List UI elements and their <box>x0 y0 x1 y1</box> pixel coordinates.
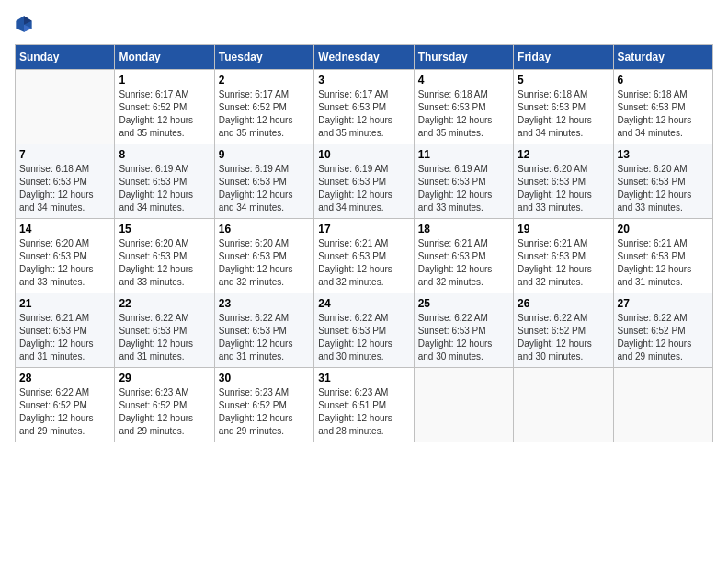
calendar-cell: 29Sunrise: 6:23 AMSunset: 6:52 PMDayligh… <box>115 368 214 442</box>
calendar-week-row: 21Sunrise: 6:21 AMSunset: 6:53 PMDayligh… <box>16 293 713 368</box>
day-number: 28 <box>19 372 110 385</box>
calendar-cell: 13Sunrise: 6:20 AMSunset: 6:53 PMDayligh… <box>613 144 712 219</box>
calendar-cell: 16Sunrise: 6:20 AMSunset: 6:53 PMDayligh… <box>214 219 313 293</box>
day-number: 19 <box>518 223 609 236</box>
calendar-cell: 6Sunrise: 6:18 AMSunset: 6:53 PMDaylight… <box>613 70 712 144</box>
column-header-monday: Monday <box>115 45 214 70</box>
calendar-cell: 22Sunrise: 6:22 AMSunset: 6:53 PMDayligh… <box>115 293 214 368</box>
calendar-cell <box>414 368 513 442</box>
calendar-cell: 27Sunrise: 6:22 AMSunset: 6:52 PMDayligh… <box>613 293 712 368</box>
day-info: Sunrise: 6:23 AMSunset: 6:52 PMDaylight:… <box>219 386 310 438</box>
column-header-friday: Friday <box>514 45 613 70</box>
day-info: Sunrise: 6:19 AMSunset: 6:53 PMDaylight:… <box>119 163 210 214</box>
day-info: Sunrise: 6:22 AMSunset: 6:52 PMDaylight:… <box>618 312 709 363</box>
day-info: Sunrise: 6:22 AMSunset: 6:53 PMDaylight:… <box>418 312 509 363</box>
calendar-cell: 21Sunrise: 6:21 AMSunset: 6:53 PMDayligh… <box>16 293 115 368</box>
day-info: Sunrise: 6:22 AMSunset: 6:52 PMDaylight:… <box>518 312 609 363</box>
calendar-cell: 25Sunrise: 6:22 AMSunset: 6:53 PMDayligh… <box>414 293 513 368</box>
calendar-cell: 7Sunrise: 6:18 AMSunset: 6:53 PMDaylight… <box>16 144 115 219</box>
calendar-cell: 17Sunrise: 6:21 AMSunset: 6:53 PMDayligh… <box>314 219 414 293</box>
calendar-week-row: 7Sunrise: 6:18 AMSunset: 6:53 PMDaylight… <box>16 144 713 219</box>
calendar-cell: 4Sunrise: 6:18 AMSunset: 6:53 PMDaylight… <box>414 70 513 144</box>
day-number: 27 <box>618 297 709 310</box>
day-number: 3 <box>318 74 409 86</box>
day-info: Sunrise: 6:23 AMSunset: 6:51 PMDaylight:… <box>318 386 409 438</box>
calendar-week-row: 14Sunrise: 6:20 AMSunset: 6:53 PMDayligh… <box>16 219 713 293</box>
day-info: Sunrise: 6:18 AMSunset: 6:53 PMDaylight:… <box>418 88 509 140</box>
calendar-cell: 11Sunrise: 6:19 AMSunset: 6:53 PMDayligh… <box>414 144 513 219</box>
day-number: 12 <box>518 148 609 161</box>
calendar-cell: 9Sunrise: 6:19 AMSunset: 6:53 PMDaylight… <box>214 144 313 219</box>
logo-icon <box>15 15 33 33</box>
day-info: Sunrise: 6:21 AMSunset: 6:53 PMDaylight:… <box>518 237 609 289</box>
calendar-cell: 18Sunrise: 6:21 AMSunset: 6:53 PMDayligh… <box>414 219 513 293</box>
calendar-cell: 10Sunrise: 6:19 AMSunset: 6:53 PMDayligh… <box>314 144 414 219</box>
day-number: 26 <box>518 297 609 310</box>
day-info: Sunrise: 6:21 AMSunset: 6:53 PMDaylight:… <box>318 237 409 289</box>
day-info: Sunrise: 6:23 AMSunset: 6:52 PMDaylight:… <box>119 386 210 438</box>
day-number: 4 <box>418 74 509 86</box>
day-info: Sunrise: 6:19 AMSunset: 6:53 PMDaylight:… <box>418 163 509 214</box>
column-header-saturday: Saturday <box>613 45 712 70</box>
calendar-cell: 15Sunrise: 6:20 AMSunset: 6:53 PMDayligh… <box>115 219 214 293</box>
day-number: 30 <box>219 372 310 385</box>
day-info: Sunrise: 6:20 AMSunset: 6:53 PMDaylight:… <box>618 163 709 214</box>
column-header-sunday: Sunday <box>16 45 115 70</box>
day-number: 16 <box>219 223 310 236</box>
column-header-thursday: Thursday <box>414 45 513 70</box>
calendar-week-row: 1Sunrise: 6:17 AMSunset: 6:52 PMDaylight… <box>16 70 713 144</box>
day-number: 2 <box>219 74 310 86</box>
day-number: 24 <box>318 297 409 310</box>
day-info: Sunrise: 6:19 AMSunset: 6:53 PMDaylight:… <box>318 163 409 214</box>
day-info: Sunrise: 6:22 AMSunset: 6:52 PMDaylight:… <box>19 386 110 438</box>
day-number: 1 <box>119 74 210 86</box>
day-number: 21 <box>19 297 110 310</box>
day-number: 5 <box>518 74 609 86</box>
day-number: 17 <box>318 223 409 236</box>
day-number: 14 <box>19 223 110 236</box>
calendar-cell: 1Sunrise: 6:17 AMSunset: 6:52 PMDaylight… <box>115 70 214 144</box>
calendar-cell: 28Sunrise: 6:22 AMSunset: 6:52 PMDayligh… <box>16 368 115 442</box>
calendar-cell: 14Sunrise: 6:20 AMSunset: 6:53 PMDayligh… <box>16 219 115 293</box>
calendar-cell: 24Sunrise: 6:22 AMSunset: 6:53 PMDayligh… <box>314 293 414 368</box>
calendar-week-row: 28Sunrise: 6:22 AMSunset: 6:52 PMDayligh… <box>16 368 713 442</box>
day-info: Sunrise: 6:18 AMSunset: 6:53 PMDaylight:… <box>618 88 709 140</box>
calendar-header-row: SundayMondayTuesdayWednesdayThursdayFrid… <box>16 45 713 70</box>
calendar-cell: 3Sunrise: 6:17 AMSunset: 6:53 PMDaylight… <box>314 70 414 144</box>
calendar-cell: 23Sunrise: 6:22 AMSunset: 6:53 PMDayligh… <box>214 293 313 368</box>
day-number: 31 <box>318 372 409 385</box>
day-info: Sunrise: 6:22 AMSunset: 6:53 PMDaylight:… <box>219 312 310 363</box>
day-number: 7 <box>19 148 110 161</box>
day-info: Sunrise: 6:17 AMSunset: 6:53 PMDaylight:… <box>318 88 409 140</box>
day-info: Sunrise: 6:20 AMSunset: 6:53 PMDaylight:… <box>119 237 210 289</box>
calendar-cell: 19Sunrise: 6:21 AMSunset: 6:53 PMDayligh… <box>514 219 613 293</box>
day-info: Sunrise: 6:22 AMSunset: 6:53 PMDaylight:… <box>318 312 409 363</box>
day-info: Sunrise: 6:19 AMSunset: 6:53 PMDaylight:… <box>219 163 310 214</box>
day-info: Sunrise: 6:18 AMSunset: 6:53 PMDaylight:… <box>518 88 609 140</box>
day-number: 29 <box>119 372 210 385</box>
day-number: 10 <box>318 148 409 161</box>
day-info: Sunrise: 6:17 AMSunset: 6:52 PMDaylight:… <box>119 88 210 140</box>
page-header <box>15 15 713 33</box>
day-info: Sunrise: 6:18 AMSunset: 6:53 PMDaylight:… <box>19 163 110 214</box>
calendar-cell: 26Sunrise: 6:22 AMSunset: 6:52 PMDayligh… <box>514 293 613 368</box>
calendar-cell: 2Sunrise: 6:17 AMSunset: 6:52 PMDaylight… <box>214 70 313 144</box>
day-info: Sunrise: 6:20 AMSunset: 6:53 PMDaylight:… <box>518 163 609 214</box>
day-number: 11 <box>418 148 509 161</box>
calendar-table: SundayMondayTuesdayWednesdayThursdayFrid… <box>15 44 713 442</box>
day-info: Sunrise: 6:20 AMSunset: 6:53 PMDaylight:… <box>219 237 310 289</box>
calendar-cell <box>613 368 712 442</box>
day-info: Sunrise: 6:17 AMSunset: 6:52 PMDaylight:… <box>219 88 310 140</box>
day-info: Sunrise: 6:21 AMSunset: 6:53 PMDaylight:… <box>19 312 110 363</box>
calendar-cell: 20Sunrise: 6:21 AMSunset: 6:53 PMDayligh… <box>613 219 712 293</box>
calendar-cell: 30Sunrise: 6:23 AMSunset: 6:52 PMDayligh… <box>214 368 313 442</box>
day-number: 20 <box>618 223 709 236</box>
day-number: 23 <box>219 297 310 310</box>
logo <box>15 15 37 33</box>
calendar-cell: 31Sunrise: 6:23 AMSunset: 6:51 PMDayligh… <box>314 368 414 442</box>
calendar-cell <box>514 368 613 442</box>
day-number: 13 <box>618 148 709 161</box>
day-number: 8 <box>119 148 210 161</box>
day-info: Sunrise: 6:21 AMSunset: 6:53 PMDaylight:… <box>618 237 709 289</box>
calendar-cell <box>16 70 115 144</box>
